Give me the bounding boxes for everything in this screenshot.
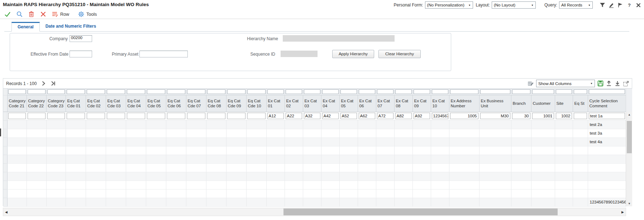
qbe-filter-input[interactable]: [87, 89, 105, 94]
grid-cell-ex-business-unit[interactable]: M30: [479, 112, 511, 120]
grid-cell-category-code-23[interactable]: [46, 112, 66, 120]
column-header-eq-cat-cde-03[interactable]: Eq Cat Cde 03: [106, 95, 126, 112]
edit-grid-icon[interactable]: [528, 80, 534, 87]
qbe-filter-input[interactable]: [267, 89, 284, 94]
grid-cell-category-code-22[interactable]: [27, 112, 46, 120]
column-header-ex-cat-03[interactable]: Ex Cat 03: [303, 95, 321, 112]
grid-cell-ex-cat-01[interactable]: A12: [266, 112, 285, 120]
qbe-filter-input[interactable]: [207, 89, 225, 94]
column-header-eq-cat-cde-09[interactable]: Eq Cat Cde 09: [226, 95, 246, 112]
find-icon[interactable]: [16, 11, 23, 18]
grid-cell-eq-cat-cde-07[interactable]: [186, 112, 206, 120]
primary-asset-field[interactable]: [139, 51, 188, 57]
vertical-scrollbar[interactable]: ▲ ▼: [626, 112, 632, 206]
scroll-down-icon[interactable]: ▼: [626, 201, 633, 206]
close-icon[interactable]: [40, 11, 46, 18]
grid-cell-eq-cat-cde-05[interactable]: [146, 112, 166, 120]
column-header-ex-business-unit[interactable]: Ex Business Unit: [479, 95, 511, 112]
column-header-eq-cat-cde-05[interactable]: Eq Cat Cde 05: [146, 95, 166, 112]
help-icon[interactable]: ?: [626, 2, 633, 8]
qbe-filter-input[interactable]: [414, 89, 430, 94]
grid-cell-eq-cat-cde-06[interactable]: [166, 112, 186, 120]
qbe-filter-input[interactable]: [556, 89, 572, 94]
grid-cell-ex-cat-07[interactable]: A72: [376, 112, 394, 120]
qbe-filter-input[interactable]: [359, 89, 375, 94]
column-header-branch[interactable]: Branch: [511, 95, 531, 112]
horizontal-scroll-thumb[interactable]: [283, 209, 558, 215]
grid-cell-customer[interactable]: 1001: [531, 112, 555, 120]
qbe-filter-input[interactable]: [8, 89, 26, 94]
qbe-filter-input[interactable]: [589, 89, 625, 94]
qbe-filter-input[interactable]: [322, 89, 339, 94]
row-selector[interactable]: [3, 181, 7, 189]
qbe-filter-input[interactable]: [247, 89, 266, 94]
column-header-site[interactable]: Site: [555, 95, 573, 112]
row-menu[interactable]: Row: [52, 11, 69, 18]
column-header-eq-cat-cde-07[interactable]: Eq Cat Cde 07: [186, 95, 206, 112]
layout-select[interactable]: (No Layout) ▼: [492, 1, 536, 9]
grid-cell-ex-cat-05[interactable]: A52: [339, 112, 358, 120]
qbe-filter-input[interactable]: [480, 89, 510, 94]
close-x-icon[interactable]: [635, 2, 642, 8]
column-header-category-code-23[interactable]: Category Code 23: [46, 95, 66, 112]
grid-cell-ex-cat-09[interactable]: A92: [412, 112, 431, 120]
column-header-ex-cat-01[interactable]: Ex Cat 01: [266, 95, 285, 112]
save-grid-icon[interactable]: [597, 80, 604, 87]
grid-cell-eq-cat-cde-08[interactable]: [206, 112, 226, 120]
row-selector[interactable]: [3, 172, 7, 181]
grid-cell-eq-cat-cde-04[interactable]: [126, 112, 146, 120]
show-columns-select[interactable]: Show All Columns ▼: [536, 80, 595, 87]
column-header-ex-cat-04[interactable]: Ex Cat 04: [321, 95, 339, 112]
qbe-filter-input[interactable]: [107, 89, 125, 94]
apply-hierarchy-button[interactable]: Apply Hierarchy: [332, 50, 374, 58]
column-header-ex-address-number[interactable]: Ex Address Number: [449, 95, 479, 112]
column-header-eq-cat-cde-06[interactable]: Eq Cat Cde 06: [166, 95, 186, 112]
ok-check-icon[interactable]: [4, 11, 11, 18]
grid-cell-ex-cat-06[interactable]: A62: [358, 112, 376, 120]
import-icon[interactable]: [614, 80, 621, 87]
column-header-eq-cat-cde-04[interactable]: Eq Cat Cde 04: [126, 95, 146, 112]
scroll-up-icon[interactable]: ▲: [626, 112, 633, 117]
qbe-filter-input[interactable]: [432, 89, 448, 94]
qbe-filter-input[interactable]: [377, 89, 393, 94]
personal-form-select[interactable]: (No Personalization) ▼: [425, 1, 473, 9]
delete-icon[interactable]: [28, 11, 34, 18]
row-selector[interactable]: [3, 129, 7, 137]
row-selector[interactable]: [3, 155, 7, 163]
column-header-eq-st[interactable]: Eq St: [573, 95, 588, 112]
qbe-filter-input[interactable]: [127, 89, 145, 94]
column-header-ex-cat-06[interactable]: Ex Cat 06: [358, 95, 376, 112]
last-page-icon[interactable]: [50, 81, 57, 86]
column-header-eq-cat-cde-02[interactable]: Eq Cat Cde 02: [86, 95, 106, 112]
qbe-filter-input[interactable]: [532, 89, 554, 94]
scroll-left-icon[interactable]: ◀: [3, 208, 9, 216]
filter-icon[interactable]: [599, 2, 606, 8]
column-header-customer[interactable]: Customer: [531, 95, 555, 112]
vertical-scroll-thumb[interactable]: [627, 121, 632, 153]
qbe-filter-input[interactable]: [286, 89, 302, 94]
row-selector[interactable]: [3, 189, 7, 198]
row-selector[interactable]: [3, 146, 7, 155]
qbe-filter-input[interactable]: [47, 89, 65, 94]
grid-cell-eq-cat-cde-02[interactable]: [86, 112, 106, 120]
grid-cell-eq-cat-cde-03[interactable]: [106, 112, 126, 120]
qbe-filter-input[interactable]: [187, 89, 205, 94]
grid-cell-ex-cat-02[interactable]: A22: [285, 112, 303, 120]
column-header-ex-cat-02[interactable]: Ex Cat 02: [285, 95, 303, 112]
grid-cell-ex-cat-08[interactable]: A82: [394, 112, 412, 120]
column-header-eq-cat-cde-10[interactable]: Eq Cat Cde 10: [246, 95, 266, 112]
column-header-ex-cat-05[interactable]: Ex Cat 05: [339, 95, 358, 112]
next-page-icon[interactable]: [40, 81, 47, 86]
column-header-ex-cat-08[interactable]: Ex Cat 08: [394, 95, 412, 112]
scroll-right-icon[interactable]: ▶: [620, 208, 626, 216]
export-icon[interactable]: [606, 80, 612, 87]
qbe-filter-input[interactable]: [167, 89, 185, 94]
column-header-cycle-selection-comment[interactable]: Cycle Selection Comment: [588, 95, 626, 112]
row-selector[interactable]: [3, 120, 7, 129]
horizontal-scrollbar[interactable]: ◀ ▶: [3, 208, 626, 216]
grid-cell-category-code-21[interactable]: [7, 112, 27, 120]
tab-date-and-numeric-filters[interactable]: Date and Numeric Filters: [40, 22, 102, 31]
tools-menu[interactable]: Tools: [78, 11, 97, 18]
maximize-grid-icon[interactable]: [623, 80, 629, 87]
qbe-filter-input[interactable]: [395, 89, 412, 94]
